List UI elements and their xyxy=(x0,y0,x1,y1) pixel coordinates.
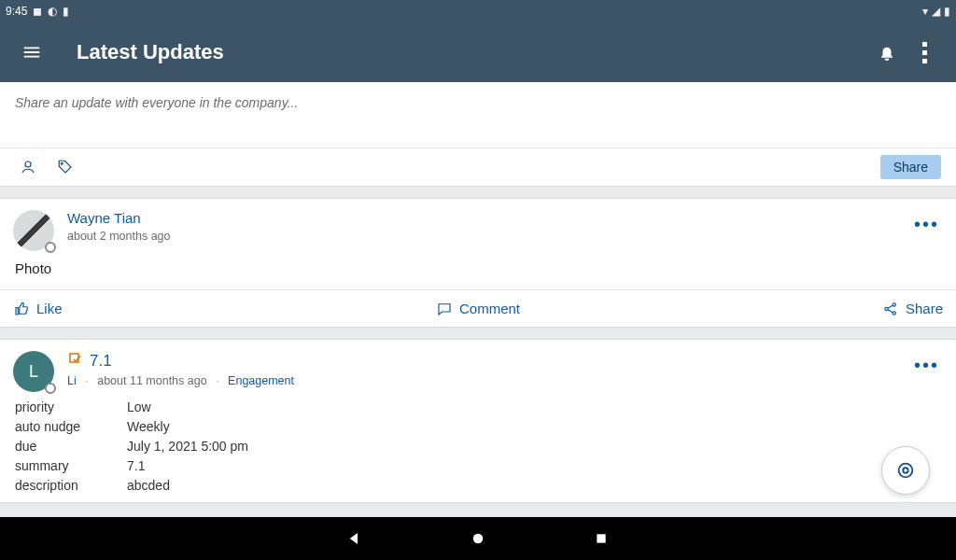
detail-value: Weekly xyxy=(127,419,941,434)
avatar[interactable] xyxy=(13,210,54,251)
status-time: 9:45 xyxy=(6,5,27,18)
android-nav-bar xyxy=(0,517,956,560)
post-author-link[interactable]: Li xyxy=(67,374,77,387)
svg-point-1 xyxy=(61,162,63,164)
avatar[interactable]: L xyxy=(13,351,54,392)
comment-label: Comment xyxy=(459,301,520,316)
help-fab-button[interactable] xyxy=(881,446,930,495)
notifications-button[interactable] xyxy=(868,34,906,71)
post-time: about 2 months ago xyxy=(67,230,910,243)
post-actions: Like Comment Share xyxy=(0,289,956,327)
post-author-link[interactable]: Wayne Tian xyxy=(67,210,141,226)
detail-value: abcded xyxy=(127,478,941,493)
detail-value: 7.1 xyxy=(127,458,941,473)
post-time: about 11 months ago xyxy=(97,374,206,387)
android-status-bar: 9:45 ◼ ◐ ▮ ▾ ◢ ▮ xyxy=(0,0,956,22)
feed-post: Wayne Tian about 2 months ago ••• Photo … xyxy=(0,198,956,328)
svg-point-5 xyxy=(899,464,913,478)
separator: · xyxy=(216,374,218,387)
detail-key: auto nudge xyxy=(15,419,127,434)
avatar-initial: L xyxy=(29,362,38,382)
update-composer: Share an update with everyone in the com… xyxy=(0,82,956,187)
detail-key: priority xyxy=(15,399,127,414)
post-title-link[interactable]: 7.1 xyxy=(90,352,112,371)
svg-point-4 xyxy=(893,311,895,314)
post-body: Photo xyxy=(0,257,956,289)
post-more-button[interactable]: ••• xyxy=(910,351,943,380)
overflow-menu-button[interactable] xyxy=(906,34,943,71)
svg-point-0 xyxy=(25,161,31,167)
post-category-link[interactable]: Engagement xyxy=(228,374,294,387)
presence-indicator xyxy=(45,383,56,394)
detail-key: summary xyxy=(15,458,127,473)
comment-button[interactable]: Comment xyxy=(436,301,520,317)
status-app-icon: ◐ xyxy=(48,5,57,18)
composer-share-button[interactable]: Share xyxy=(880,155,941,179)
like-label: Like xyxy=(36,301,63,316)
wifi-icon: ▾ xyxy=(922,5,928,18)
svg-point-2 xyxy=(885,307,888,310)
task-icon xyxy=(67,351,84,371)
svg-point-6 xyxy=(903,468,908,473)
nav-home-button[interactable] xyxy=(468,528,488,549)
svg-rect-8 xyxy=(597,534,605,542)
detail-key: due xyxy=(15,439,127,454)
post-more-button[interactable]: ••• xyxy=(910,210,943,239)
hamburger-menu-button[interactable] xyxy=(13,34,50,71)
signal-icon: ◢ xyxy=(932,5,940,18)
separator: · xyxy=(85,374,88,387)
tag-icon[interactable] xyxy=(52,154,78,180)
battery-icon: ▮ xyxy=(944,5,950,18)
status-app-icon: ▮ xyxy=(63,5,69,18)
nav-back-button[interactable] xyxy=(344,528,365,549)
svg-point-3 xyxy=(893,302,895,305)
post-details: priority Low auto nudge Weekly due July … xyxy=(0,398,956,502)
share-label: Share xyxy=(906,301,943,316)
svg-point-7 xyxy=(473,534,484,544)
nav-recent-button[interactable] xyxy=(591,528,612,549)
app-bar: Latest Updates xyxy=(0,22,956,82)
like-button[interactable]: Like xyxy=(13,301,63,317)
page-title: Latest Updates xyxy=(77,40,224,64)
feed-content: Share an update with everyone in the com… xyxy=(0,82,956,503)
detail-value: Low xyxy=(127,399,941,414)
presence-indicator xyxy=(45,242,56,253)
detail-key: description xyxy=(15,478,127,493)
detail-value: July 1, 2021 5:00 pm xyxy=(127,439,941,454)
share-button[interactable]: Share xyxy=(882,301,943,317)
feed-post: L 7.1 Li · about 11 months ago · Engagem… xyxy=(0,339,956,503)
mention-person-icon[interactable] xyxy=(15,154,41,180)
composer-input[interactable]: Share an update with everyone in the com… xyxy=(0,82,956,147)
status-app-icon: ◼ xyxy=(33,5,42,18)
